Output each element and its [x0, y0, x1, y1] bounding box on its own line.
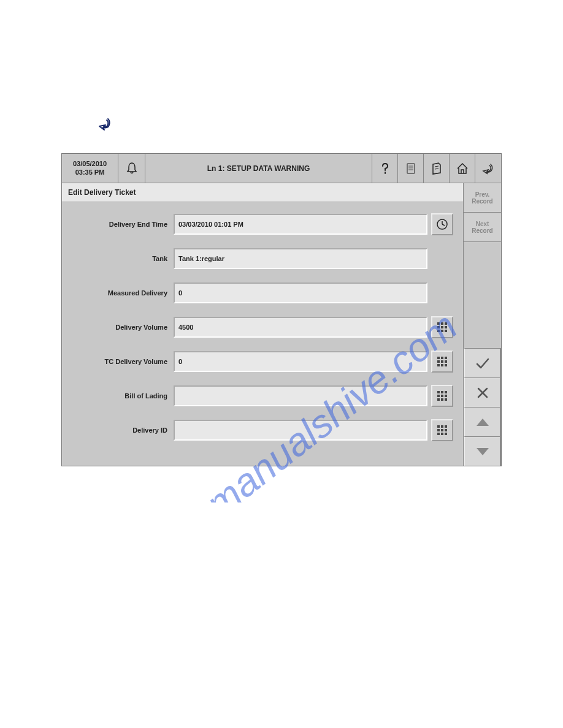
svg-marker-48 — [477, 448, 489, 455]
question-icon — [378, 161, 393, 176]
print-button[interactable] — [424, 154, 450, 183]
row-bill-of-lading: Bill of Lading — [72, 385, 453, 407]
svg-line-8 — [442, 224, 445, 226]
input-delivery-volume[interactable]: 4500 — [174, 317, 427, 338]
svg-rect-32 — [445, 395, 447, 397]
svg-rect-18 — [437, 357, 440, 359]
label-delivery-end-time: Delivery End Time — [72, 221, 174, 228]
back-button[interactable] — [475, 154, 501, 183]
home-button[interactable] — [450, 154, 475, 183]
clock-icon — [435, 218, 449, 231]
label-delivery-id: Delivery ID — [72, 427, 174, 434]
app-panel: 03/05/2010 03:35 PM Ln 1: SETUP DATA WAR… — [61, 153, 502, 466]
triangle-down-icon — [475, 446, 490, 458]
svg-rect-26 — [445, 364, 447, 366]
page-title: Ln 1: SETUP DATA WARNING — [145, 154, 372, 183]
input-tc-delivery-volume[interactable]: 0 — [174, 351, 427, 372]
svg-rect-15 — [437, 330, 440, 332]
date-text: 03/05/2010 — [73, 160, 107, 168]
bell-icon — [124, 161, 139, 176]
keypad-button-delivery-id[interactable] — [431, 419, 453, 441]
scroll-down-button[interactable] — [464, 436, 501, 466]
label-tc-delivery-volume: TC Delivery Volume — [72, 358, 174, 365]
svg-line-5 — [435, 169, 439, 169]
top-toolbar: 03/05/2010 03:35 PM Ln 1: SETUP DATA WAR… — [62, 154, 501, 183]
svg-rect-27 — [437, 391, 440, 393]
next-record-line1: Next — [476, 221, 489, 227]
keypad-icon — [436, 424, 448, 436]
help-button[interactable] — [372, 154, 398, 183]
svg-rect-44 — [445, 433, 447, 435]
svg-rect-24 — [437, 364, 440, 366]
confirm-button[interactable] — [464, 348, 501, 377]
row-tc-delivery-volume: TC Delivery Volume 0 — [72, 351, 453, 373]
svg-rect-13 — [441, 326, 443, 328]
log-button[interactable] — [398, 154, 424, 183]
label-tank: Tank — [72, 255, 174, 262]
row-delivery-end-time: Delivery End Time 03/03/2010 01:01 PM — [72, 213, 453, 235]
svg-rect-16 — [441, 330, 443, 332]
label-measured-delivery: Measured Delivery — [72, 289, 174, 297]
svg-rect-17 — [445, 330, 447, 332]
row-measured-delivery: Measured Delivery 0 — [72, 282, 453, 304]
label-delivery-volume: Delivery Volume — [72, 324, 174, 331]
svg-rect-36 — [437, 425, 440, 428]
svg-rect-41 — [445, 429, 447, 431]
svg-rect-14 — [445, 326, 447, 328]
document-icon — [404, 162, 418, 175]
alarm-button[interactable] — [118, 154, 145, 183]
input-tank[interactable]: Tank 1:regular — [174, 248, 427, 269]
clock-button[interactable] — [431, 213, 453, 235]
keypad-icon — [436, 390, 448, 402]
home-icon — [455, 161, 470, 176]
svg-rect-29 — [445, 391, 447, 393]
svg-rect-10 — [441, 322, 443, 325]
svg-rect-11 — [445, 322, 447, 325]
input-delivery-end-time[interactable]: 03/03/2010 01:01 PM — [174, 214, 427, 235]
svg-rect-40 — [441, 429, 443, 431]
x-icon — [476, 386, 489, 400]
keypad-icon — [436, 321, 448, 333]
svg-rect-30 — [437, 395, 440, 397]
right-sidebar: Prev. Record Next Record — [463, 183, 501, 466]
label-bill-of-lading: Bill of Lading — [72, 392, 174, 400]
svg-rect-38 — [445, 425, 447, 428]
section-header: Edit Delivery Ticket — [62, 183, 463, 202]
keypad-icon — [436, 355, 448, 368]
svg-rect-34 — [441, 398, 443, 401]
prev-record-line2: Record — [472, 198, 492, 205]
sidebar-spacer — [464, 242, 501, 348]
row-delivery-volume: Delivery Volume 4500 — [72, 316, 453, 338]
svg-rect-23 — [445, 360, 447, 363]
next-record-button[interactable]: Next Record — [464, 213, 501, 242]
svg-marker-47 — [477, 419, 489, 426]
keypad-button-bill-of-lading[interactable] — [431, 385, 453, 407]
back-arrow-icon — [481, 161, 496, 176]
svg-rect-9 — [437, 322, 440, 325]
svg-rect-31 — [441, 395, 443, 397]
input-bill-of-lading[interactable] — [174, 385, 427, 406]
keypad-button-tc-delivery-volume[interactable] — [431, 351, 453, 373]
svg-rect-22 — [441, 360, 443, 363]
svg-rect-12 — [437, 326, 440, 328]
scroll-up-button[interactable] — [464, 407, 501, 436]
input-delivery-id[interactable] — [174, 420, 427, 441]
svg-rect-20 — [445, 357, 447, 359]
cancel-button[interactable] — [464, 377, 501, 407]
svg-rect-21 — [437, 360, 440, 363]
svg-rect-28 — [441, 391, 443, 393]
prev-record-line1: Prev. — [475, 191, 490, 198]
back-arrow-icon — [97, 115, 114, 132]
keypad-button-delivery-volume[interactable] — [431, 316, 453, 338]
check-icon — [475, 355, 491, 371]
form-area: Delivery End Time 03/03/2010 01:01 PM Ta… — [62, 202, 463, 441]
svg-rect-39 — [437, 429, 440, 431]
svg-rect-37 — [441, 425, 443, 428]
input-measured-delivery[interactable]: 0 — [174, 282, 427, 303]
triangle-up-icon — [475, 416, 490, 428]
svg-line-4 — [435, 166, 439, 167]
prev-record-button[interactable]: Prev. Record — [464, 183, 501, 213]
svg-rect-0 — [407, 164, 415, 173]
main-content: Edit Delivery Ticket Delivery End Time 0… — [62, 183, 463, 466]
svg-rect-35 — [445, 398, 447, 401]
